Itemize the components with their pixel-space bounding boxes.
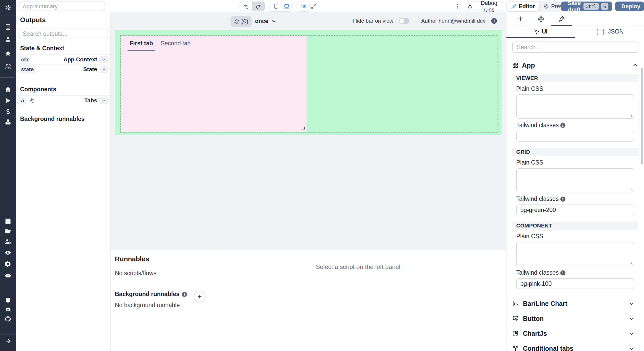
- chevron-down-icon[interactable]: [629, 345, 635, 351]
- section-button[interactable]: Button: [512, 313, 638, 324]
- output-type-label: State: [83, 66, 97, 73]
- tailwind-label-text: Tailwind classes: [516, 195, 559, 202]
- schedules-calendar-icon[interactable]: [5, 218, 11, 225]
- tab-json[interactable]: { } JSON: [575, 26, 644, 38]
- deploy-button[interactable]: Deploy: [615, 2, 644, 11]
- windmill-logo[interactable]: [0, 0, 16, 15]
- tab-json-label: JSON: [608, 28, 624, 35]
- more-menu-button[interactable]: [454, 2, 462, 10]
- groups-icon[interactable]: [5, 63, 11, 70]
- resources-cubes-icon[interactable]: [5, 119, 11, 125]
- section-bar-line-chart[interactable]: Bar/Line Chart: [512, 298, 638, 309]
- variables-dollar-icon[interactable]: [5, 108, 11, 115]
- scrollbar-thumb[interactable]: [641, 68, 643, 165]
- section-chartjs[interactable]: ChartJs: [512, 328, 638, 339]
- plain-css-label: Plain CSS: [516, 159, 638, 166]
- resize-handle[interactable]: [302, 127, 305, 129]
- discord-icon[interactable]: [5, 306, 11, 313]
- undo-button[interactable]: [240, 2, 252, 11]
- desktop-view-button[interactable]: [281, 3, 292, 9]
- output-key-badge: state: [19, 65, 36, 74]
- collapse-arrow-right-icon[interactable]: [5, 338, 11, 345]
- tailwind-classes-label: Tailwind classes i: [516, 269, 638, 276]
- refresh-count: (0): [241, 18, 248, 25]
- chevron-up-icon[interactable]: [632, 62, 638, 68]
- author-label: Author henri@windmill.dev: [421, 18, 486, 24]
- tab-first[interactable]: First tab: [128, 37, 155, 51]
- output-row-state[interactable]: state State: [16, 64, 111, 74]
- folders-icon[interactable]: [5, 228, 11, 235]
- output-row-component-a[interactable]: a Tabs: [16, 95, 111, 105]
- favorites-star-icon[interactable]: [5, 50, 11, 57]
- home-icon[interactable]: [5, 86, 11, 93]
- search-outputs-input[interactable]: [19, 29, 108, 39]
- chevron-down-icon[interactable]: [629, 330, 635, 337]
- runs-play-icon[interactable]: [5, 97, 11, 104]
- mobile-view-button[interactable]: [270, 4, 281, 9]
- sidebar-divider: [0, 77, 16, 78]
- component-search-input[interactable]: [512, 42, 638, 53]
- plain-css-textarea-wrap: [516, 94, 634, 119]
- app-summary-input[interactable]: [19, 2, 105, 11]
- expand-row-button[interactable]: [100, 66, 108, 73]
- center-align-button[interactable]: [298, 1, 309, 11]
- plain-css-textarea[interactable]: [517, 169, 634, 192]
- kbd-ctrl: Ctrl: [583, 3, 599, 10]
- app-section-header[interactable]: App: [512, 60, 638, 70]
- tab-ui[interactable]: UI: [506, 26, 575, 38]
- workspace-building-icon[interactable]: [5, 24, 11, 30]
- github-icon[interactable]: [5, 316, 11, 322]
- info-icon[interactable]: i: [560, 123, 565, 128]
- user-icon[interactable]: [5, 36, 11, 43]
- resize-grip-icon[interactable]: [628, 186, 632, 191]
- workers-user-gear-icon[interactable]: [5, 238, 11, 245]
- button-cursor-icon: [512, 315, 519, 322]
- tabs-component[interactable]: First tab Second tab: [121, 36, 307, 132]
- plain-css-textarea[interactable]: [517, 95, 634, 118]
- expand-row-button[interactable]: [100, 56, 108, 63]
- resize-grip-icon[interactable]: [628, 113, 632, 117]
- tailwind-classes-input[interactable]: [516, 278, 634, 289]
- refresh-count-button[interactable]: (0): [231, 16, 252, 27]
- audit-eye-icon[interactable]: [5, 249, 11, 256]
- fullscreen-icon[interactable]: [310, 3, 317, 10]
- runnables-list: Runnables No scripts/flows Background ru…: [111, 250, 210, 351]
- insert-component-tab[interactable]: [510, 12, 531, 26]
- kbd-s: S: [601, 3, 608, 10]
- docs-book-icon[interactable]: [5, 297, 11, 304]
- tab-second[interactable]: Second tab: [159, 37, 193, 51]
- info-icon[interactable]: i: [182, 292, 187, 297]
- chevron-down-icon[interactable]: [629, 300, 635, 307]
- styling-tab[interactable]: [551, 12, 572, 26]
- cursor-icon: [534, 29, 539, 34]
- refresh-mode-label: once: [255, 18, 268, 25]
- expand-row-button[interactable]: [100, 97, 108, 104]
- debug-runs-button[interactable]: Debug runs: [467, 2, 503, 11]
- info-icon[interactable]: i: [491, 18, 497, 24]
- tailwind-classes-input[interactable]: [516, 205, 634, 215]
- plain-css-textarea-wrap: [516, 168, 634, 192]
- info-icon[interactable]: i: [560, 197, 565, 202]
- background-runnables-heading: Background runnables: [20, 116, 106, 123]
- save-draft-button[interactable]: Save draft Ctrl S: [561, 2, 612, 11]
- redo-button[interactable]: [252, 2, 264, 11]
- components-tab[interactable]: [531, 12, 551, 26]
- app-grid[interactable]: First tab Second tab: [115, 30, 502, 135]
- plain-css-textarea[interactable]: [517, 242, 634, 266]
- center-align-icon: [301, 3, 307, 9]
- editor-tab[interactable]: Editor: [507, 2, 539, 11]
- add-background-runnable-button[interactable]: [194, 291, 206, 303]
- info-icon[interactable]: i: [560, 270, 565, 275]
- tailwind-classes-input[interactable]: [516, 131, 634, 142]
- output-row-ctx[interactable]: ctx App Context: [16, 54, 111, 64]
- refresh-mode-dropdown[interactable]: once: [255, 18, 276, 25]
- hide-bar-toggle[interactable]: [399, 18, 409, 24]
- section-conditional-tabs[interactable]: Conditional tabs: [512, 343, 638, 351]
- ai-robot-icon[interactable]: [5, 272, 11, 279]
- outputs-title: Outputs: [20, 16, 106, 24]
- resize-grip-icon[interactable]: [628, 260, 632, 264]
- tailwind-label-text: Tailwind classes: [516, 122, 559, 129]
- settings-gear-icon[interactable]: [5, 260, 11, 267]
- pencil-icon: [511, 4, 516, 9]
- chevron-down-icon[interactable]: [629, 315, 635, 322]
